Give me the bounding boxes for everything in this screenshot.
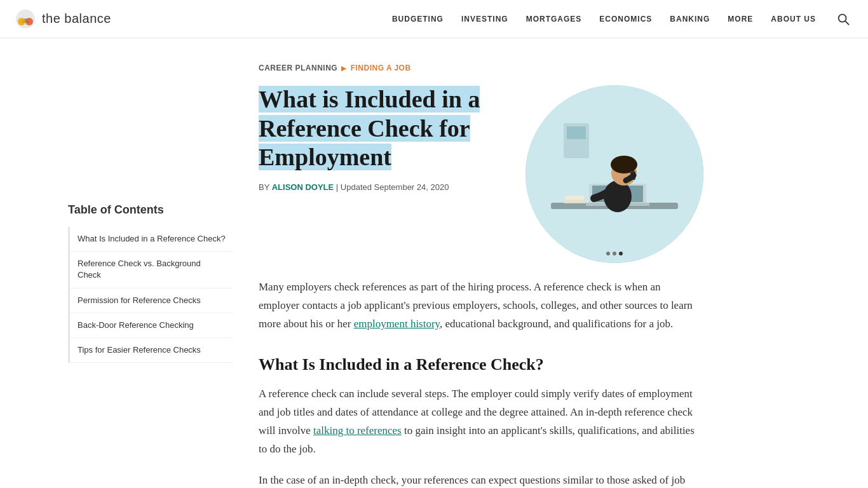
employment-history-link[interactable]: employment history [354, 318, 440, 330]
svg-rect-7 [567, 126, 586, 139]
section1-paragraph2: In the case of an in-depth check, your r… [259, 471, 703, 488]
nav-budgeting[interactable]: BUDGETING [392, 15, 444, 24]
toc-link-4[interactable]: Back-Door Reference Checking [70, 313, 233, 337]
svg-point-1 [18, 18, 25, 25]
toc-item-3: Permission for Reference Checks [70, 288, 233, 313]
site-logo[interactable]: the balance [15, 9, 111, 29]
svg-point-2 [25, 18, 33, 25]
breadcrumb-separator: ▶ [341, 65, 347, 72]
logo-text: the balance [42, 11, 111, 26]
nav-more[interactable]: MORE [728, 15, 753, 24]
breadcrumb: CAREER PLANNING ▶ FINDING A JOB [259, 64, 703, 72]
intro-paragraph: Many employers check references as part … [259, 278, 703, 334]
nav-banking[interactable]: BANKING [670, 15, 710, 24]
search-button[interactable] [834, 10, 853, 29]
nav-investing[interactable]: INVESTING [461, 15, 508, 24]
article-body: Many employers check references as part … [259, 278, 703, 488]
article-top: What is Included in a Reference Check fo… [259, 85, 703, 263]
svg-point-14 [611, 156, 637, 173]
toc-link-5[interactable]: Tips for Easier Reference Checks [70, 338, 233, 362]
toc-item-2: Reference Check vs. Background Check [70, 252, 233, 288]
dot-2 [613, 252, 616, 255]
toc-item-4: Back-Door Reference Checking [70, 313, 233, 338]
title-text: What is Included in a Reference Check fo… [259, 86, 480, 170]
section1-paragraph1: A reference check can include several st… [259, 385, 703, 459]
image-dots [606, 252, 623, 255]
page-layout: Table of Contents What Is Included in a … [53, 38, 815, 488]
dot-1 [606, 252, 610, 255]
toc-link-2[interactable]: Reference Check vs. Background Check [70, 252, 233, 287]
author-link[interactable]: ALISON DOYLE [272, 182, 334, 192]
nav-mortgages[interactable]: MORTGAGES [526, 15, 582, 24]
nav-economics[interactable]: ECONOMICS [599, 15, 652, 24]
toc-link-1[interactable]: What Is Included in a Reference Check? [70, 227, 233, 251]
nav-about-us[interactable]: ABOUT US [771, 15, 816, 24]
breadcrumb-current: FINDING A JOB [351, 64, 411, 72]
toc-item-5: Tips for Easier Reference Checks [70, 338, 233, 363]
hero-illustration [526, 85, 703, 263]
toc-list: What Is Included in a Reference Check? R… [68, 227, 233, 363]
updated-date: Updated September 24, 2020 [341, 182, 449, 192]
sidebar: Table of Contents What Is Included in a … [68, 64, 233, 488]
talking-to-references-link[interactable]: talking to references [313, 424, 402, 437]
main-content: CAREER PLANNING ▶ FINDING A JOB What is … [259, 64, 703, 488]
svg-rect-17 [565, 196, 584, 200]
breadcrumb-parent[interactable]: CAREER PLANNING [259, 64, 337, 72]
logo-icon [15, 9, 36, 29]
toc-item-1: What Is Included in a Reference Check? [70, 227, 233, 252]
search-icon [836, 12, 850, 26]
author-line: BY ALISON DOYLE | Updated September 24, … [259, 182, 513, 192]
site-header: the balance BUDGETING INVESTING MORTGAGE… [0, 0, 868, 38]
toc-title: Table of Contents [68, 203, 233, 217]
section1-title: What Is Included in a Reference Check? [259, 354, 703, 376]
article-title: What is Included in a Reference Check fo… [259, 86, 480, 170]
article-header: What is Included in a Reference Check fo… [259, 85, 513, 192]
svg-point-3 [839, 14, 846, 22]
toc-link-3[interactable]: Permission for Reference Checks [70, 288, 233, 313]
hero-image-container [526, 85, 703, 263]
hero-image [526, 85, 703, 263]
main-nav: BUDGETING INVESTING MORTGAGES ECONOMICS … [392, 10, 853, 29]
dot-3 [619, 252, 623, 255]
svg-line-4 [845, 21, 849, 25]
